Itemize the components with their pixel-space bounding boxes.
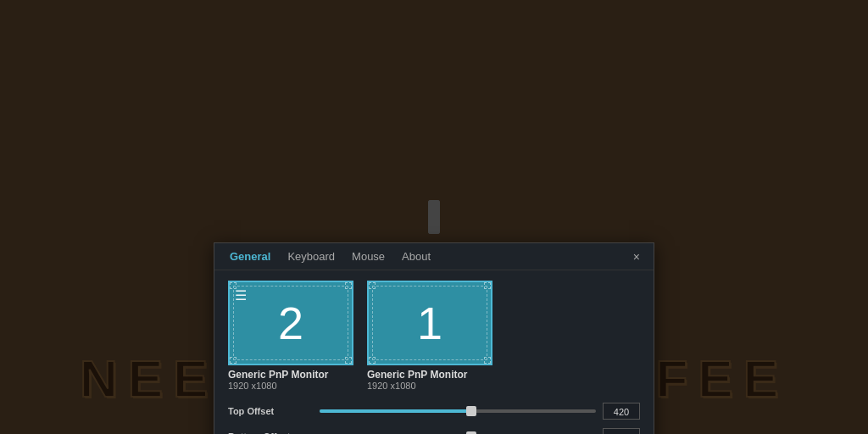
tab-mouse[interactable]: Mouse [345,248,392,264]
slider-thumb-top[interactable] [466,406,476,416]
slider-row-bottom: Bottom Offset 420 [228,428,640,434]
slider-track-wrap-bottom [320,430,596,434]
monitor-number-1: 1 [417,300,442,346]
monitor-tile-2[interactable]: ☰ 2 [228,281,353,365]
dialog-titlebar: General Keyboard Mouse About × [214,243,654,270]
corner-tl [369,282,376,289]
tab-about[interactable]: About [395,248,437,264]
tab-general[interactable]: General [223,248,277,264]
corner-br [484,357,491,364]
corner-bl [230,357,236,364]
slider-row-top: Top Offset 420 [228,403,640,420]
slider-label-top: Top Offset [228,406,313,416]
slider-track-wrap-top [320,404,596,418]
dialog-body: ☰ 2 Generic PnP Monitor 1920 x1080 1 [214,270,654,434]
monitor-label-1: Generic PnP Monitor [367,369,467,381]
slider-section: Top Offset 420 Bottom Offset [228,403,640,434]
dialog-tabs: General Keyboard Mouse About [223,248,437,264]
corner-bl [369,357,376,364]
tab-keyboard[interactable]: Keyboard [281,248,342,264]
slider-value-bottom: 420 [603,428,640,434]
slider-value-top: 420 [603,403,640,420]
side-handle-right [428,200,440,234]
monitor-item-1: 1 Generic PnP Monitor 1920 x1080 [367,281,492,391]
corner-tr [345,282,352,289]
slider-fill-top [320,409,471,413]
corner-tr [484,282,491,289]
slider-track-top[interactable] [320,409,596,413]
monitor-icon: ☰ [235,287,247,303]
monitors-row: ☰ 2 Generic PnP Monitor 1920 x1080 1 [228,281,640,391]
monitor-tile-1[interactable]: 1 [367,281,492,365]
close-button[interactable]: × [628,249,645,264]
corner-br [345,357,352,364]
monitor-item-2: ☰ 2 Generic PnP Monitor 1920 x1080 [228,281,353,391]
monitor-label-2: Generic PnP Monitor [228,369,328,381]
monitor-number-2: 2 [278,300,303,346]
monitor-res-1: 1920 x1080 [367,381,416,391]
monitor-res-2: 1920 x1080 [228,381,277,391]
settings-dialog: General Keyboard Mouse About × ☰ [214,242,654,434]
